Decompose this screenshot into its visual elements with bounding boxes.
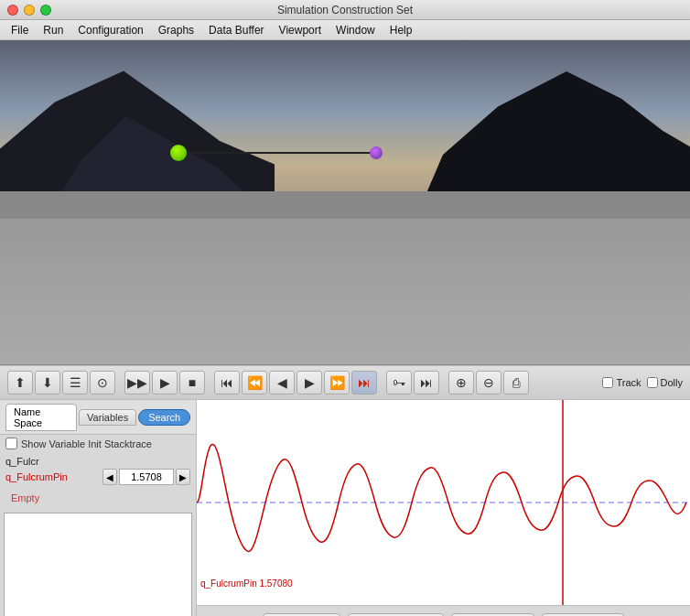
- variable-list[interactable]: [4, 513, 192, 616]
- menubar: FileRunConfigurationGraphsData BufferVie…: [0, 20, 690, 40]
- stop-button[interactable]: ■: [179, 371, 205, 394]
- graph-toolbar: New Graph Remove Empty Add Column Sub Co…: [197, 605, 690, 616]
- main-content: Name Space Variables Search Show Variabl…: [0, 400, 690, 616]
- fast-forward-button[interactable]: ▶▶: [124, 371, 150, 394]
- pendulum-bob-purple: [370, 146, 383, 159]
- sub-column-button[interactable]: Sub Column: [542, 613, 625, 617]
- frame-forward-button[interactable]: ▶: [296, 371, 322, 394]
- track-group: Track: [602, 377, 641, 388]
- menu-viewport[interactable]: Viewport: [272, 22, 329, 38]
- remove-empty-button[interactable]: Remove Empty: [348, 613, 444, 617]
- variable-value-input[interactable]: [119, 469, 174, 485]
- search-button[interactable]: Search: [138, 409, 190, 426]
- dolly-label: Dolly: [661, 377, 683, 388]
- pendulum-bob-green: [170, 145, 187, 161]
- camera-button[interactable]: ⊙: [90, 371, 115, 394]
- menu-help[interactable]: Help: [383, 22, 420, 38]
- spinner-up-button[interactable]: ▶: [176, 469, 190, 485]
- zoom-in-button[interactable]: ⊕: [448, 371, 474, 394]
- menu-configuration[interactable]: Configuration: [70, 22, 150, 38]
- variable-name: q_Fulcr: [5, 456, 190, 467]
- grey-area: [0, 219, 690, 365]
- list-button[interactable]: ☰: [62, 371, 88, 394]
- graph-canvas[interactable]: q_FulcrumPin 1.57080: [197, 400, 690, 605]
- close-button[interactable]: [7, 5, 18, 16]
- frame-back-button[interactable]: ◀: [269, 371, 295, 394]
- ground: [0, 191, 690, 219]
- new-graph-button[interactable]: New Graph: [263, 613, 341, 617]
- left-panel: Name Space Variables Search Show Variabl…: [0, 400, 197, 616]
- add-column-button[interactable]: Add Column: [451, 613, 534, 617]
- menu-run[interactable]: Run: [36, 22, 70, 38]
- download-button[interactable]: ⬇: [35, 371, 60, 394]
- menu-data buffer[interactable]: Data Buffer: [201, 22, 271, 38]
- menu-window[interactable]: Window: [329, 22, 383, 38]
- menu-file[interactable]: File: [4, 22, 36, 38]
- rewind-start-button[interactable]: ⏮: [214, 371, 240, 394]
- tab-row: Name Space Variables Search: [0, 400, 196, 435]
- step-forward-button[interactable]: ⏩: [324, 371, 350, 394]
- skip-end-button[interactable]: ⏭: [351, 371, 377, 394]
- dolly-group: Dolly: [647, 377, 683, 388]
- menu-graphs[interactable]: Graphs: [151, 22, 201, 38]
- viewport: [0, 40, 690, 219]
- graph-label: q_FulcrumPin 1.57080: [200, 578, 293, 589]
- titlebar: Simulation Construction Set: [0, 0, 690, 20]
- key-button[interactable]: 🗝: [386, 371, 412, 394]
- variable-fullname: q_FulcrumPin: [5, 471, 101, 482]
- maximize-button[interactable]: [40, 5, 51, 16]
- window-title: Simulation Construction Set: [277, 4, 413, 16]
- track-checkbox[interactable]: [602, 377, 613, 388]
- upload-button[interactable]: ⬆: [7, 371, 33, 394]
- graph-svg: [197, 400, 690, 605]
- zoom-out-button[interactable]: ⊖: [476, 371, 501, 394]
- tab-name-space[interactable]: Name Space: [5, 404, 77, 431]
- tab-variables[interactable]: Variables: [79, 409, 136, 426]
- minimize-button[interactable]: [24, 5, 35, 16]
- graph-panel: q_FulcrumPin 1.57080 New Graph Remove Em…: [197, 400, 690, 616]
- variable-row: q_FulcrumPin ◀ ▶: [5, 469, 190, 485]
- spinner-down-button[interactable]: ◀: [102, 469, 117, 485]
- show-trace-row: Show Variable Init Stacktrace: [0, 435, 196, 452]
- print-button[interactable]: ⎙: [503, 371, 529, 394]
- end-button[interactable]: ⏭: [414, 371, 439, 394]
- toolbar: ⬆ ⬇ ☰ ⊙ ▶▶ ▶ ■ ⏮ ⏪ ◀ ▶ ⏩ ⏭ 🗝 ⏭ ⊕ ⊖ ⎙ Tra…: [0, 365, 690, 400]
- dolly-checkbox[interactable]: [647, 377, 658, 388]
- show-trace-checkbox[interactable]: [5, 438, 17, 449]
- step-back-button[interactable]: ⏪: [242, 371, 267, 394]
- track-label: Track: [616, 377, 641, 388]
- empty-label: Empty: [5, 489, 190, 507]
- pendulum-rod: [177, 152, 378, 154]
- show-trace-label: Show Variable Init Stacktrace: [21, 438, 152, 449]
- play-button[interactable]: ▶: [152, 371, 178, 394]
- window-controls: [7, 5, 51, 16]
- variable-section: q_Fulcr q_FulcrumPin ◀ ▶ Empty: [0, 452, 196, 511]
